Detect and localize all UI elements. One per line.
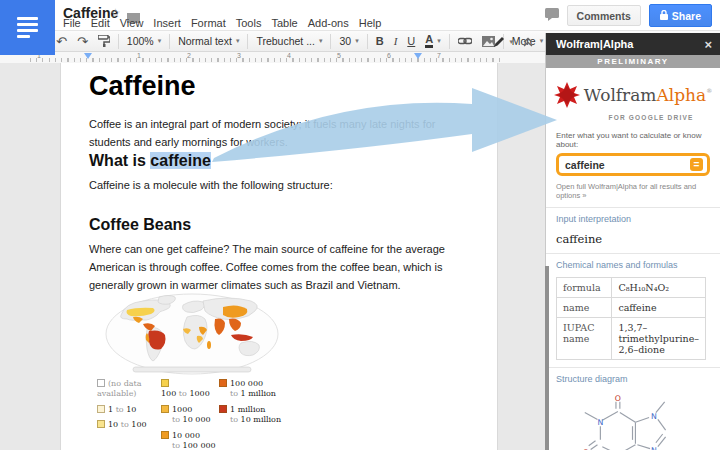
legend-1000-10000: 1000 to 10 000 <box>161 405 219 426</box>
legend-100000-1m: 100 000 to 1 million <box>219 379 319 400</box>
comments-button[interactable]: Comments <box>567 5 641 26</box>
pod-title-structure-diagram: Structure diagram <box>556 374 710 384</box>
structure-diagram-image: O O N N N N <box>556 390 710 450</box>
doc-heading-coffee-beans[interactable]: Coffee Beans <box>89 216 191 234</box>
table-row: formulaC₈H₁₀N₄O₂ <box>557 278 706 298</box>
logo-subtitle: FOR GOOGLE DRIVE <box>592 114 710 121</box>
docs-logo[interactable] <box>0 0 55 55</box>
wolfram-alpha-sidebar: Wolfram|Alpha × PRELIMINARY WolframAlpha… <box>545 33 720 450</box>
legend-1-10: 1 to 10 <box>97 405 161 415</box>
redo-button[interactable]: ↷ <box>72 32 93 50</box>
underline-button[interactable]: U <box>402 32 420 50</box>
zoom-select[interactable]: 100%▾ <box>122 32 166 50</box>
close-icon[interactable]: × <box>704 38 712 51</box>
sidebar-header: Wolfram|Alpha × <box>546 33 720 55</box>
legend-10-100: 10 to 100 <box>97 420 161 430</box>
legend-swatch <box>161 379 169 387</box>
doc-paragraph-2[interactable]: Caffeine is a molecule with the followin… <box>89 176 473 194</box>
legend-swatch <box>219 379 227 387</box>
comment-bubble-icon[interactable] <box>545 7 559 25</box>
legend-swatch <box>161 405 169 413</box>
menubar: File Edit View Insert Format Tools Table… <box>63 17 381 29</box>
share-button[interactable]: Share <box>649 4 712 27</box>
paint-format-button[interactable] <box>93 32 115 50</box>
menu-tools[interactable]: Tools <box>236 17 262 29</box>
lock-icon <box>660 10 668 22</box>
collapse-toolbar-icon[interactable] <box>518 33 538 51</box>
query-input-value[interactable]: caffeine <box>565 159 690 171</box>
doc-paragraph-3[interactable]: Where can one get caffeine? The main sou… <box>89 240 473 294</box>
left-indent-marker[interactable] <box>84 53 92 59</box>
menu-addons[interactable]: Add-ons <box>308 17 349 29</box>
selected-text: caffeine <box>150 152 210 169</box>
oxygen-atom: O <box>615 394 621 403</box>
chemical-table: formulaC₈H₁₀N₄O₂ namecaffeine IUPAC name… <box>556 277 706 360</box>
nitrogen-atom: N <box>597 418 603 427</box>
menu-insert[interactable]: Insert <box>153 17 181 29</box>
table-row: IUPAC name1,3,7–trimethylpurine–2,6–dion… <box>557 318 706 360</box>
app-window: Caffeine ☆ File Edit View Insert Format … <box>0 0 720 450</box>
pod-title-chemical-names: Chemical names and formulas <box>556 260 710 270</box>
legend-100-1000: 100 to 1000 <box>161 379 219 400</box>
legend-swatch <box>161 431 169 439</box>
legend-swatch <box>97 420 105 428</box>
font-select[interactable]: Trebuchet ...▾ <box>251 32 327 50</box>
legend-no-data: (no data available) <box>97 379 161 400</box>
spikey-icon <box>554 82 580 112</box>
text-color-button[interactable]: A▾ <box>420 32 445 50</box>
menu-format[interactable]: Format <box>191 17 226 29</box>
table-row: namecaffeine <box>557 298 706 318</box>
doc-paragraph-1[interactable]: Coffee is an integral part of modern soc… <box>89 115 473 151</box>
menu-table[interactable]: Table <box>271 17 297 29</box>
document-page[interactable]: Caffeine Coffee is an integral part of m… <box>60 63 498 450</box>
preliminary-banner: PRELIMINARY <box>546 55 720 68</box>
editing-mode-button[interactable]: ▾ <box>488 33 518 51</box>
titlebar: Caffeine ☆ File Edit View Insert Format … <box>0 0 720 30</box>
menu-view[interactable]: View <box>120 17 144 29</box>
ruler-ticks <box>30 58 500 62</box>
menu-edit[interactable]: Edit <box>91 17 110 29</box>
paragraph-style-select[interactable]: Normal text▾ <box>173 32 244 50</box>
compute-button[interactable]: = <box>690 158 703 171</box>
open-full-link[interactable]: Open full Wolfram|Alpha for all results … <box>556 182 710 200</box>
doc-heading-1[interactable]: Caffeine <box>89 71 196 102</box>
nitrogen-atom: N <box>651 412 657 421</box>
menu-help[interactable]: Help <box>359 17 382 29</box>
italic-button[interactable]: I <box>389 32 403 50</box>
pod-title-input-interpretation: Input interpretation <box>556 214 710 224</box>
query-prompt-label: Enter what you want to calculate or know… <box>556 131 710 149</box>
insert-link-button[interactable] <box>453 32 477 50</box>
query-input[interactable]: caffeine = <box>556 153 710 176</box>
nitrogen-atom: N <box>651 446 657 450</box>
legend-swatch <box>97 379 105 387</box>
legend-10000-100000: 10 000 to 100 000 <box>161 431 219 450</box>
world-map-image[interactable] <box>103 293 281 377</box>
input-interpretation-value: caffeine <box>556 232 710 246</box>
sidebar-title: Wolfram|Alpha <box>556 38 633 50</box>
right-indent-marker[interactable] <box>414 53 422 59</box>
menu-file[interactable]: File <box>63 17 81 29</box>
vertical-scrollbar[interactable] <box>545 266 549 450</box>
legend-1m-10m: 1 million to 10 million <box>219 405 319 426</box>
doc-heading-what-is-caffeine[interactable]: What is caffeine <box>89 152 211 170</box>
document-canvas: Caffeine Coffee is an integral part of m… <box>0 63 553 450</box>
font-size-select[interactable]: 30▾ <box>334 32 363 50</box>
bold-button[interactable]: B <box>371 32 389 50</box>
legend-swatch <box>219 405 227 413</box>
wolfram-alpha-logo: WolframAlpha® <box>556 82 710 112</box>
map-legend: (no data available) 1 to 10 10 to 100 10… <box>97 379 319 450</box>
legend-swatch <box>97 405 105 413</box>
